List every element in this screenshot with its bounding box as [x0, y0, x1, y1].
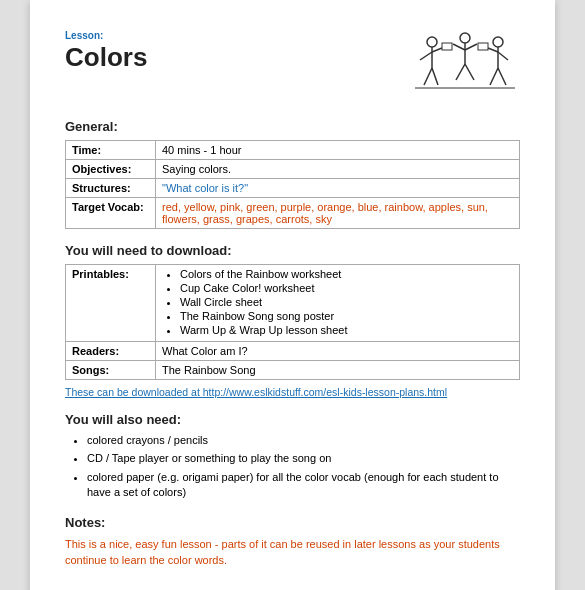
- svg-line-6: [432, 68, 438, 85]
- page-title: Colors: [65, 43, 147, 72]
- svg-line-2: [420, 52, 432, 60]
- notes-heading: Notes:: [65, 515, 520, 530]
- table-label: Time:: [66, 141, 156, 160]
- table-label: Objectives:: [66, 160, 156, 179]
- table-value: red, yellow, pink, green, purple, orange…: [156, 198, 520, 229]
- svg-line-18: [490, 68, 498, 85]
- illustration-image: [410, 30, 520, 105]
- lesson-label: Lesson:: [65, 30, 147, 41]
- general-heading: General:: [65, 119, 520, 134]
- notes-text: This is a nice, easy fun lesson - parts …: [65, 536, 520, 569]
- header-area: Lesson: Colors: [65, 30, 520, 105]
- table-value: What Color am I?: [156, 342, 520, 361]
- table-label: Printables:: [66, 265, 156, 342]
- svg-point-13: [493, 37, 503, 47]
- title-block: Lesson: Colors: [65, 30, 147, 72]
- table-value: Colors of the Rainbow worksheetCup Cake …: [156, 265, 520, 342]
- svg-line-11: [456, 64, 465, 80]
- svg-line-12: [465, 64, 474, 80]
- svg-point-0: [427, 37, 437, 47]
- table-value: The Rainbow Song: [156, 361, 520, 380]
- list-item: colored crayons / pencils: [87, 433, 520, 448]
- table-label: Readers:: [66, 342, 156, 361]
- general-table: Time:40 mins - 1 hourObjectives:Saying c…: [65, 140, 520, 229]
- svg-line-19: [498, 68, 506, 85]
- svg-line-10: [465, 44, 477, 50]
- table-label: Songs:: [66, 361, 156, 380]
- table-label: Structures:: [66, 179, 156, 198]
- svg-rect-17: [478, 43, 488, 50]
- svg-rect-4: [442, 43, 452, 50]
- lesson-page: Lesson: Colors: [30, 0, 555, 590]
- download-link[interactable]: These can be downloaded at http://www.es…: [65, 386, 520, 398]
- list-item: CD / Tape player or something to play th…: [87, 451, 520, 466]
- svg-line-9: [453, 44, 465, 50]
- also-need-heading: You will also need:: [65, 412, 520, 427]
- download-table: Printables:Colors of the Rainbow workshe…: [65, 264, 520, 380]
- svg-point-7: [460, 33, 470, 43]
- svg-line-5: [424, 68, 432, 85]
- table-value: 40 mins - 1 hour: [156, 141, 520, 160]
- also-need-list: colored crayons / pencilsCD / Tape playe…: [65, 433, 520, 501]
- table-value: "What color is it?": [156, 179, 520, 198]
- list-item: colored paper (e.g. origami paper) for a…: [87, 470, 520, 501]
- table-label: Target Vocab:: [66, 198, 156, 229]
- svg-line-15: [498, 52, 508, 60]
- svg-line-16: [488, 48, 498, 52]
- svg-line-3: [432, 48, 442, 52]
- table-value: Saying colors.: [156, 160, 520, 179]
- download-heading: You will need to download:: [65, 243, 520, 258]
